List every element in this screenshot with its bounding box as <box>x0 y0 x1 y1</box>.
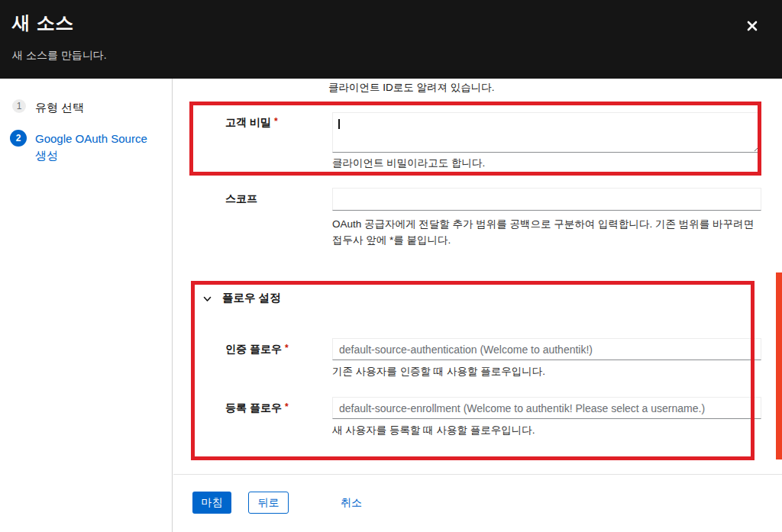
footer-divider <box>173 474 782 475</box>
page-subtitle: 새 소스를 만듭니다. <box>12 49 770 63</box>
enrollment-flow-select[interactable] <box>332 397 761 419</box>
authentication-flow-helper: 기존 사용자를 인증할 때 사용할 플로우입니다. <box>332 364 545 380</box>
annotation-bar-right <box>776 272 782 459</box>
back-button[interactable]: 뒤로 <box>248 492 289 514</box>
authentication-flow-label: 인증 플로우* <box>225 343 289 356</box>
client-secret-helper: 클라이언트 비밀이라고도 합니다. <box>332 156 485 172</box>
step-number-badge: 1 <box>12 99 26 113</box>
scopes-helper: OAuth 공급자에게 전달할 추가 범위를 공백으로 구분하여 입력합니다. … <box>332 217 761 249</box>
wizard-step-label: Google OAuth Source 생성 <box>28 130 158 164</box>
text-caret <box>338 119 340 129</box>
required-marker: * <box>274 116 278 127</box>
client-secret-textarea[interactable] <box>332 112 761 153</box>
modal-header: 새 소스 새 소스를 만듭니다. <box>0 0 782 79</box>
required-marker: * <box>285 401 289 412</box>
authentication-flow-select[interactable] <box>332 338 761 360</box>
wizard-step-label: 유형 선택 <box>28 98 84 116</box>
close-button[interactable] <box>744 18 761 35</box>
client-secret-label: 고객 비밀* <box>225 116 278 130</box>
scopes-label: 스코프 <box>225 192 257 206</box>
wizard-step-type-select[interactable]: 1 유형 선택 <box>9 98 161 116</box>
chevron-down-icon <box>203 292 212 305</box>
required-marker: * <box>285 343 289 353</box>
scopes-input[interactable] <box>332 188 761 211</box>
wizard-nav: 1 유형 선택 2 Google OAuth Source 생성 <box>0 79 173 532</box>
flow-settings-group-toggle[interactable]: 플로우 설정 <box>203 291 281 305</box>
wizard-step-google-oauth[interactable]: 2 Google OAuth Source 생성 <box>9 130 161 164</box>
enrollment-flow-helper: 새 사용자를 등록할 때 사용할 플로우입니다. <box>332 423 535 439</box>
page-title: 새 소스 <box>12 11 770 35</box>
cancel-button[interactable]: 취소 <box>336 492 367 514</box>
finish-button[interactable]: 마침 <box>192 492 231 514</box>
flow-settings-group-title: 플로우 설정 <box>222 291 281 305</box>
step-number-badge: 2 <box>10 130 27 147</box>
enrollment-flow-label: 등록 플로우* <box>225 401 289 415</box>
client-id-helper-text: 클라이언트 ID로도 알려져 있습니다. <box>328 81 495 95</box>
close-icon <box>746 23 758 34</box>
